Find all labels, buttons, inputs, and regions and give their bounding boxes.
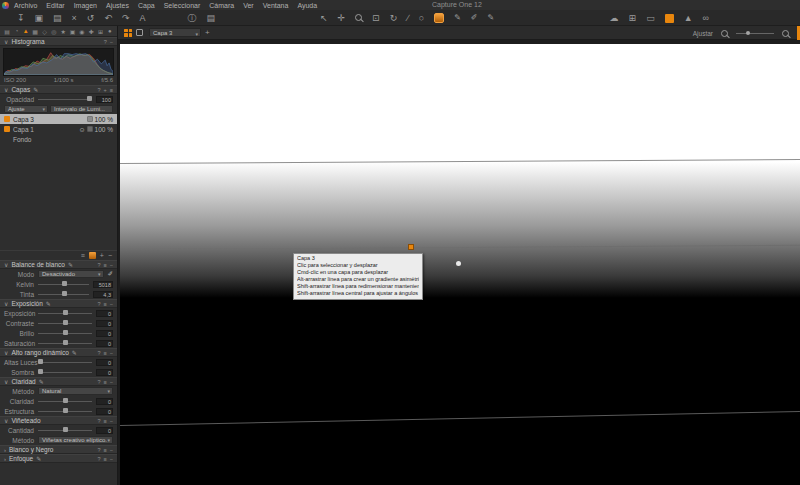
exposure-slider[interactable] <box>38 313 92 314</box>
tab-capture-icon[interactable]: ◔ <box>12 28 20 34</box>
edit-pencil-icon[interactable]: ✎ <box>33 86 38 93</box>
tab-styles-icon[interactable]: ● <box>106 28 114 34</box>
gradient-mask-tool-icon[interactable] <box>434 13 444 23</box>
reset-icon[interactable]: − <box>110 447 113 453</box>
kelvin-value[interactable]: 5018 <box>93 281 113 288</box>
panel-menu-icon[interactable]: ≡ <box>104 456 107 462</box>
single-view-icon[interactable] <box>136 29 143 36</box>
help-icon[interactable]: ? <box>98 87 101 93</box>
shadow-slider[interactable] <box>38 372 92 373</box>
gradient-start-line[interactable] <box>120 159 800 164</box>
eye-icon[interactable]: ⊙ <box>80 126 85 133</box>
image-canvas[interactable]: Capa 3 Clic para seleccionar y desplazar… <box>118 40 800 485</box>
structure-slider[interactable] <box>38 411 92 412</box>
folder-icon[interactable]: ▤ <box>53 11 62 25</box>
vignette-section-header[interactable]: ∨ Viñeteado ? ≡ − <box>0 416 117 425</box>
reset-icon[interactable]: − <box>110 262 113 268</box>
clarity-slider[interactable] <box>38 401 92 402</box>
cursor-tool-icon[interactable]: ↖ <box>320 11 328 25</box>
menu-capa[interactable]: Capa <box>138 2 155 9</box>
zoom-in-icon[interactable] <box>782 30 789 37</box>
panel-menu-icon[interactable]: − <box>110 39 113 45</box>
kelvin-slider[interactable] <box>38 284 89 285</box>
vignette-method-dropdown[interactable]: Viñetas creativo elíptico. <box>38 436 113 444</box>
edit-pencil-icon[interactable]: ✎ <box>46 300 51 307</box>
highlights-value[interactable]: 0 <box>96 359 113 366</box>
brightness-value[interactable]: 0 <box>96 330 113 337</box>
panel-menu-icon[interactable]: ≡ <box>110 87 113 93</box>
vignette-amount-slider[interactable] <box>38 430 92 431</box>
menu-seleccionar[interactable]: Seleccionar <box>164 2 201 9</box>
multi-view-icon[interactable] <box>124 29 132 37</box>
menu-imagen[interactable]: Imagen <box>74 2 97 9</box>
undo-icon[interactable]: ↺ <box>87 11 95 25</box>
edit-pencil-icon[interactable]: ✎ <box>72 349 77 356</box>
bw-section-header[interactable]: › Blanco y Negro ? ≡ − <box>0 445 117 454</box>
proof-profile-icon[interactable]: ∞ <box>703 11 709 25</box>
reset-icon[interactable]: − <box>110 301 113 307</box>
tab-annotations-icon[interactable]: ⊞ <box>96 28 104 35</box>
structure-value[interactable]: 0 <box>96 408 113 415</box>
reset-icon[interactable]: − <box>110 456 113 462</box>
tab-adjustments-icon[interactable]: ★ <box>59 28 67 35</box>
gradient-center-line[interactable] <box>120 245 800 251</box>
heal-tool-icon[interactable]: ○ <box>419 11 424 25</box>
warning-icon[interactable]: ▲ <box>684 11 693 25</box>
tab-exposure-icon[interactable]: ◇ <box>40 28 48 35</box>
tint-value[interactable]: 4,3 <box>93 291 113 298</box>
eyedropper-icon[interactable]: ✐ <box>108 270 113 278</box>
menu-ver[interactable]: Ver <box>243 2 254 9</box>
tab-details-icon[interactable]: ◎ <box>50 28 58 35</box>
pick-color-tool-icon[interactable]: ✎ <box>488 11 495 25</box>
opacity-slider[interactable] <box>38 99 92 100</box>
hdr-section-header[interactable]: ∨ Alto rango dinámico ✎ ? ≡ − <box>0 348 117 357</box>
mask-list-icon[interactable]: ≡ <box>81 252 85 259</box>
panel-menu-icon[interactable]: ≡ <box>104 301 107 307</box>
gradient-end-line[interactable] <box>120 411 800 426</box>
camera-icon[interactable]: ▣ <box>35 11 44 25</box>
menu-camara[interactable]: Cámara <box>209 2 234 9</box>
gradient-chip-icon[interactable] <box>89 252 96 259</box>
help-icon[interactable]: ? <box>98 418 101 424</box>
histogram-section-header[interactable]: ∨ Histograma ? − <box>0 37 117 46</box>
layers-section-header[interactable]: ∨ Capas ✎ ? + ≡ <box>0 85 117 94</box>
contrast-slider[interactable] <box>38 323 92 324</box>
reset-icon[interactable]: − <box>110 350 113 356</box>
panel-menu-icon[interactable]: ≡ <box>104 262 107 268</box>
menu-ventana[interactable]: Ventana <box>263 2 289 9</box>
brightness-slider[interactable] <box>38 333 92 334</box>
help-icon[interactable]: ? <box>98 447 101 453</box>
tab-batch-icon[interactable]: ✚ <box>87 28 95 35</box>
forward-icon[interactable]: ↷ <box>122 11 130 25</box>
add-icon[interactable]: + <box>100 252 104 259</box>
cloud-icon[interactable]: ☁ <box>610 11 619 25</box>
help-icon[interactable]: ? <box>104 39 107 45</box>
layer-row-fondo[interactable]: Fondo <box>0 134 117 144</box>
erase-mask-tool-icon[interactable]: ✐ <box>471 11 478 25</box>
white-balance-section-header[interactable]: ∨ Balance de blanco ✎ ? ≡ − <box>0 260 117 269</box>
pan-tool-icon[interactable]: ✛ <box>338 11 346 25</box>
fit-label[interactable]: Ajustar <box>693 30 713 37</box>
tab-color-icon[interactable]: ▦ <box>31 28 39 35</box>
clarity-method-dropdown[interactable]: Natural <box>38 387 113 395</box>
reset-icon[interactable]: − <box>110 379 113 385</box>
menu-ayuda[interactable]: Ayuda <box>297 2 317 9</box>
contrast-value[interactable]: 0 <box>96 320 113 327</box>
info-icon[interactable]: ⓘ <box>188 11 197 25</box>
tab-lens-icon[interactable]: ▲ <box>22 28 30 34</box>
crop-tool-icon[interactable]: ⊡ <box>372 11 380 25</box>
draw-mask-tool-icon[interactable]: ✎ <box>454 11 461 25</box>
help-icon[interactable]: ? <box>98 301 101 307</box>
import-icon[interactable]: ↧ <box>17 11 25 25</box>
tint-slider[interactable] <box>38 294 89 295</box>
highlights-slider[interactable] <box>38 362 92 363</box>
rotate-tool-icon[interactable]: ↻ <box>390 11 398 25</box>
shadow-value[interactable]: 0 <box>96 369 113 376</box>
loupe-tool-icon[interactable] <box>355 14 362 21</box>
exposure-value[interactable]: 0 <box>96 310 113 317</box>
tab-output-icon[interactable]: ◉ <box>78 28 86 35</box>
clarity-value[interactable]: 0 <box>96 398 113 405</box>
menu-archivo[interactable]: Archivo <box>14 2 37 9</box>
add-layer-icon[interactable]: + <box>205 28 210 37</box>
saturation-value[interactable]: 0 <box>96 340 113 347</box>
